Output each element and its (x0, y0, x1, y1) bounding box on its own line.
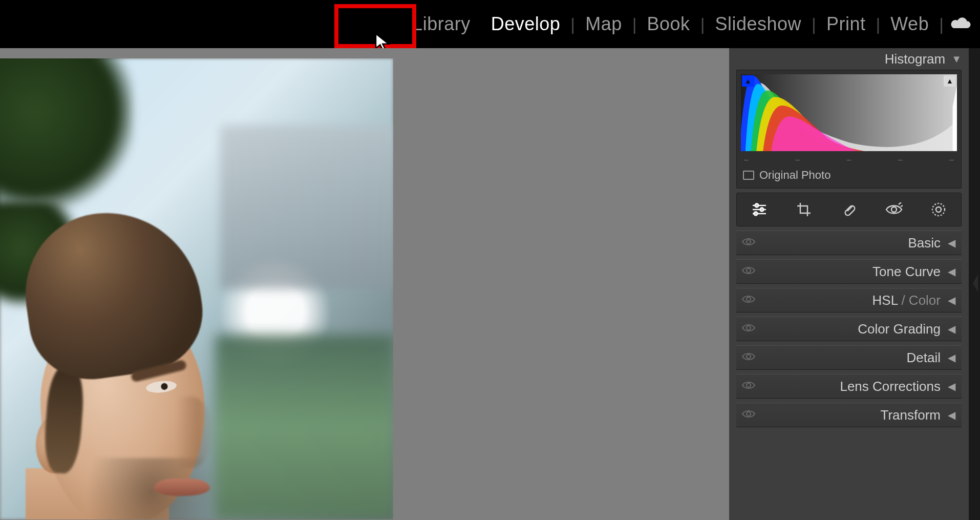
collapse-triangle-icon: ▼ (951, 53, 962, 65)
disclosure-triangle-icon: ◀ (948, 351, 955, 364)
histogram-tick: – (847, 155, 851, 164)
histogram-header[interactable]: Histogram ▼ (729, 48, 969, 70)
panel-label: HSL / Color (872, 293, 941, 308)
module-tab-develop[interactable]: Develop (481, 15, 571, 33)
panel-header-basic[interactable]: Basic◀ (736, 231, 962, 255)
histogram-title: Histogram (885, 51, 945, 67)
histogram-tick: – (795, 155, 800, 164)
panel-header-transform[interactable]: Transform◀ (736, 403, 962, 427)
svg-point-13 (747, 240, 751, 244)
panel-visibility-eye-icon[interactable] (741, 265, 756, 278)
panel-visibility-eye-icon[interactable] (741, 409, 756, 421)
crop-tool-icon[interactable] (794, 199, 814, 220)
svg-point-14 (747, 268, 751, 273)
highlight-clipping-toggle[interactable]: ▲ (944, 75, 956, 87)
histogram-box[interactable]: ▲ ▲ ––––– Original Photo (736, 70, 962, 189)
svg-point-5 (754, 212, 757, 216)
edit-tool-icon[interactable] (749, 199, 770, 220)
panel-collapse-handle-icon[interactable] (971, 274, 979, 295)
module-tab-slideshow[interactable]: Slideshow (705, 15, 812, 33)
panel-visibility-eye-icon[interactable] (741, 294, 756, 306)
module-tab-book[interactable]: Book (637, 15, 700, 33)
panel-header-lens-corrections[interactable]: Lens Corrections◀ (736, 374, 962, 399)
original-photo-label: Original Photo (759, 169, 830, 182)
panel-label: Basic (908, 235, 941, 251)
module-separator: | (632, 15, 637, 33)
svg-point-16 (747, 326, 751, 330)
module-picker-bar: LibraryDevelop|Map|Book|Slideshow|Print|… (0, 0, 980, 48)
svg-point-15 (747, 297, 751, 301)
cloud-sync-icon[interactable] (949, 16, 972, 32)
panel-header-tone-curve[interactable]: Tone Curve◀ (736, 259, 962, 284)
svg-point-18 (747, 383, 751, 387)
disclosure-triangle-icon: ◀ (948, 409, 955, 421)
module-separator: | (570, 15, 575, 33)
svg-point-3 (760, 208, 763, 212)
checkbox-icon (743, 171, 754, 180)
histogram-tick: – (949, 155, 954, 164)
image-canvas[interactable] (0, 48, 729, 520)
svg-rect-6 (844, 205, 856, 217)
panel-label: Lens Corrections (840, 379, 941, 394)
histogram-region-ticks: ––––– (737, 151, 961, 168)
original-photo-indicator[interactable]: Original Photo (737, 168, 961, 188)
panel-visibility-eye-icon[interactable] (741, 351, 756, 364)
module-tab-web[interactable]: Web (880, 15, 939, 33)
develop-toolstrip (736, 193, 962, 226)
module-separator: | (876, 15, 880, 33)
redeye-tool-icon[interactable] (884, 199, 904, 220)
histogram-plot[interactable]: ▲ ▲ (741, 74, 957, 151)
svg-point-11 (932, 203, 945, 216)
develop-right-panel: Histogram ▼ (729, 48, 980, 520)
masking-tool-icon[interactable] (928, 199, 949, 220)
svg-point-12 (936, 207, 941, 212)
panel-label: Color Grading (858, 321, 941, 337)
disclosure-triangle-icon: ◀ (948, 237, 955, 249)
disclosure-triangle-icon: ◀ (948, 380, 955, 392)
disclosure-triangle-icon: ◀ (948, 265, 955, 278)
panel-label: Transform (881, 407, 941, 423)
shadow-clipping-toggle[interactable]: ▲ (742, 75, 754, 87)
histogram-tick: – (744, 155, 749, 164)
panel-header-detail[interactable]: Detail◀ (736, 345, 962, 370)
panel-label: Tone Curve (872, 264, 941, 280)
svg-point-8 (891, 207, 897, 212)
panel-header-hsl-color[interactable]: HSL / Color◀ (736, 288, 962, 313)
healing-tool-icon[interactable] (839, 199, 859, 220)
workspace: Histogram ▼ (0, 48, 980, 520)
disclosure-triangle-icon: ◀ (948, 323, 955, 335)
panel-visibility-eye-icon[interactable] (741, 323, 756, 335)
disclosure-triangle-icon: ◀ (948, 294, 955, 306)
panel-label: Detail (907, 350, 941, 366)
histogram-tick: – (898, 155, 903, 164)
module-separator: | (700, 15, 705, 33)
svg-point-1 (755, 204, 758, 207)
module-separator: | (939, 15, 944, 33)
module-tab-library[interactable]: Library (402, 15, 481, 33)
svg-point-19 (747, 412, 751, 416)
svg-line-9 (899, 202, 901, 204)
panel-header-color-grading[interactable]: Color Grading◀ (736, 317, 962, 341)
preview-photo (0, 58, 393, 519)
module-tab-print[interactable]: Print (816, 15, 876, 33)
svg-line-10 (901, 205, 903, 206)
panel-visibility-eye-icon[interactable] (741, 237, 756, 249)
module-separator: | (812, 15, 816, 33)
panel-visibility-eye-icon[interactable] (741, 380, 756, 392)
right-scroll-gutter[interactable] (969, 48, 980, 520)
module-tab-map[interactable]: Map (575, 15, 632, 33)
svg-point-17 (747, 355, 751, 359)
